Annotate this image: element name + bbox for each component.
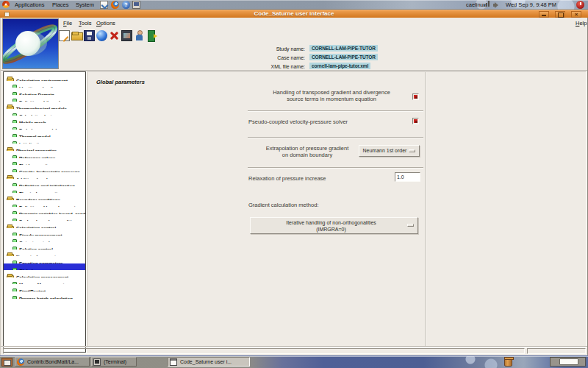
signal-icon [484,2,491,8]
tree-item[interactable]: Definition of the volume zones [4,95,85,102]
tree-item[interactable]: Memory Management [4,277,85,285]
menu-options[interactable]: Options [96,20,115,26]
snapshot-icon[interactable] [121,30,132,41]
gradient-method-combobox[interactable]: Iterative handling of non-orthogonalitie… [250,217,418,234]
menu-file[interactable]: File [63,20,72,26]
top-panel: Applications Places System ? caelinux We… [0,0,588,10]
tree-item[interactable]: Thermal model [4,130,85,137]
folder-icon [7,198,14,200]
folder-icon [7,177,14,179]
tree-item[interactable]: Mobile mesh [4,116,85,123]
workspace-thumbnail[interactable] [559,358,578,365]
notes-icon[interactable] [100,1,108,9]
tree-item[interactable]: Calculation control [4,221,85,228]
page-icon [12,261,17,263]
menu-applications[interactable]: Applications [15,0,44,10]
tree-item[interactable]: Gravity, hydrostatic pressure [4,165,85,172]
minimize-button[interactable] [539,11,549,18]
tree-item[interactable]: Physical properties [4,144,85,151]
runcase-icon[interactable] [134,30,145,41]
tree-item[interactable]: Dynamic variables bound. cond. [4,207,85,214]
task-label: Code_Saturne user i... [180,359,232,364]
page-icon [12,191,17,194]
taskbar-task[interactable]: Code_Saturne user i... [168,357,250,367]
case-name-label: Case name: [254,55,305,60]
tree-item-selected[interactable]: Global parameters [4,263,85,271]
tree-item[interactable]: Start/Restart [4,284,85,291]
quit-icon[interactable] [146,30,157,41]
page-icon [12,183,17,186]
volume-icon[interactable] [493,2,499,8]
menu-help[interactable]: Help [576,20,587,26]
tree-item[interactable]: Definition of boundary regions [4,200,85,208]
maximize-button[interactable] [555,11,565,18]
relaxation-input[interactable] [395,172,420,182]
tree-item[interactable]: Prepare batch calculation [4,291,85,299]
tree-item[interactable]: Turbulence models [4,123,85,130]
globe-icon[interactable] [96,30,107,41]
tree-item[interactable]: Calculation environment [4,74,85,81]
tree-item[interactable]: Equation parameters [4,256,85,263]
taskbar-task[interactable]: (Terminal) [91,357,137,367]
save-icon[interactable] [84,30,95,41]
relaxation-label: Relaxation of pressure increase [248,176,326,183]
tree-item[interactable]: Calculation features [4,109,85,116]
show-desktop-icon[interactable] [1,358,12,367]
tree-item[interactable]: Definition and initialization [4,179,85,186]
tree-item[interactable]: Fluid properties [4,158,85,166]
tree-item[interactable]: Solution Domain [4,88,85,95]
tree-item[interactable]: Boundary conditions [4,193,85,200]
ubuntu-logo-icon[interactable] [2,1,10,8]
taskbar-task[interactable]: Contrib:BondMatt/La... [15,357,90,367]
gradient-method-label: Gradient calculation method: [248,202,318,209]
window-titlebar[interactable]: Code_Saturne user interface × [0,10,588,18]
workspace-switcher[interactable] [550,357,586,367]
separator [248,137,423,138]
extrapolation-combobox[interactable]: Neumann 1st order [359,145,420,157]
trash-icon[interactable] [504,358,512,367]
page-icon [12,162,17,165]
tree-item[interactable]: Reference values [4,151,85,158]
tree-item[interactable]: Thermophysical models [4,102,85,109]
transposed-gradient-label: Handling of transposed gradient and dive… [243,90,420,102]
tree-item[interactable]: Identity and paths [4,81,85,88]
page-icon [12,113,17,116]
tree-item[interactable]: Solution control [4,242,85,250]
open-icon[interactable] [71,30,82,41]
folder-icon [7,254,14,256]
folder-icon [7,78,14,80]
tree-item[interactable]: Additional scalars [4,172,85,180]
folder-icon [7,106,14,108]
tools-icon[interactable] [109,30,120,41]
new-case-icon[interactable] [59,30,70,41]
help-icon[interactable]: ? [122,1,130,9]
tree-item[interactable]: Numerical parameters [4,250,85,257]
tree-item[interactable]: Output control [4,236,85,243]
page-icon [12,268,17,271]
clock-label[interactable]: Wed Sep 9, 9:48 PM [506,0,556,10]
pseudo-coupled-checkbox[interactable] [412,118,419,124]
transposed-gradient-checkbox[interactable] [412,93,419,100]
tree-item[interactable]: Physicals properties [4,186,85,194]
folder-icon [7,275,14,277]
screen-icon[interactable] [132,1,140,9]
firefox-icon[interactable] [111,1,119,9]
tree-item[interactable]: Calculation management [4,270,85,277]
statusbar-message-cell [3,348,525,354]
study-name-value: CORNELL-LAM-PIPE-TUTOR [309,45,378,52]
xml-file-name-value: cornell-lam-pipe-tutor.xml [309,63,370,69]
menu-places[interactable]: Places [52,0,69,10]
firefox-icon [17,358,24,366]
taskbar: Contrib:BondMatt/La...(Terminal)Code_Sat… [0,356,588,368]
separator [248,167,423,169]
window-body: File Tools Options Help Study name: CORN… [0,18,588,355]
tree-item[interactable]: Initialization [4,137,85,144]
menu-system[interactable]: System [76,0,94,10]
tree-item[interactable]: Steady management [4,228,85,236]
page-icon [12,141,17,144]
tree-item[interactable]: Scalars boundary conditions [4,214,85,222]
close-button[interactable]: × [571,11,581,18]
page-icon [12,85,17,88]
power-icon[interactable] [576,1,584,9]
menu-tools[interactable]: Tools [79,20,92,26]
